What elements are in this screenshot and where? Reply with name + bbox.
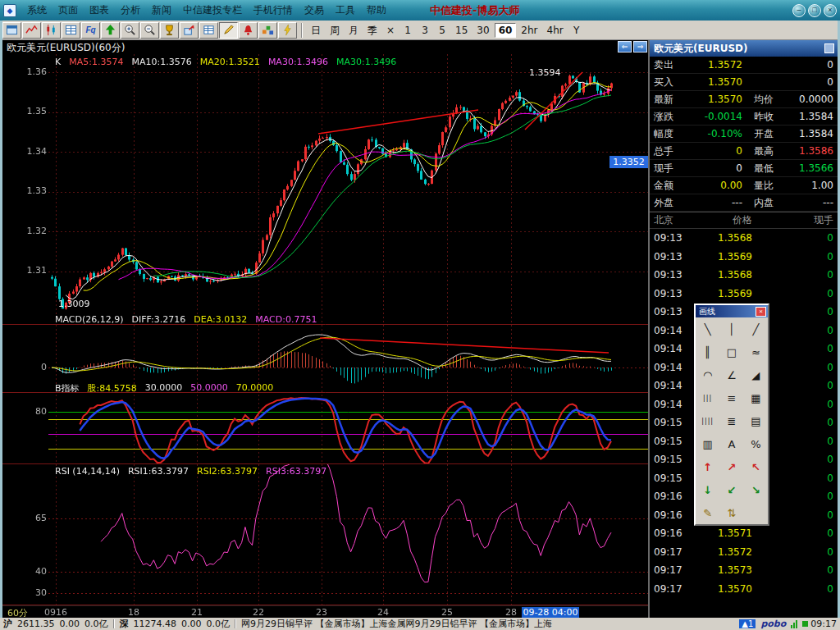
menu-item-7[interactable]: 交易: [299, 1, 330, 20]
candle-chart-button[interactable]: [42, 22, 61, 39]
tick-row[interactable]: 09:171.35700: [650, 580, 838, 599]
tick-row[interactable]: 09:171.35730: [650, 561, 838, 580]
sort-tool-tool[interactable]: ⇅: [719, 501, 743, 524]
tick-time: 09:16: [654, 491, 695, 502]
menu-item-8[interactable]: 工具: [330, 1, 361, 20]
lightning-button[interactable]: [278, 22, 297, 39]
trend-line-tool[interactable]: ╲: [696, 317, 719, 340]
arrow-up-red-tool[interactable]: ↑: [696, 455, 719, 478]
arc-tool[interactable]: ◠: [696, 363, 719, 386]
percent-tool-tool[interactable]: %: [744, 432, 768, 455]
close-icon[interactable]: ×: [756, 307, 766, 317]
horizontal-lines-3-tool[interactable]: ≡: [719, 386, 743, 409]
menu-item-5[interactable]: 中信建投专栏: [177, 1, 248, 20]
tick-row[interactable]: 09:161.35710: [650, 524, 838, 543]
tick-row[interactable]: 09:131.35690: [650, 248, 838, 267]
maximize-button[interactable]: □: [808, 4, 821, 17]
wave-line-tool[interactable]: ≈: [744, 340, 768, 363]
vertical-lines-4-tool[interactable]: ||||: [696, 409, 719, 432]
tick-time: 09:13: [654, 232, 695, 244]
period-button-60[interactable]: 60: [495, 23, 517, 38]
fq-button[interactable]: Fq: [81, 22, 100, 39]
restore-icon[interactable]: [824, 43, 834, 53]
blocks-button[interactable]: [258, 22, 277, 39]
quote-title-bar[interactable]: 欧元美元(EURUSD): [650, 40, 838, 57]
period-button-3[interactable]: 3: [417, 23, 433, 38]
tick-row[interactable]: 09:171.35720: [650, 543, 838, 562]
period-button-30[interactable]: 30: [472, 23, 493, 38]
golden-section-tool[interactable]: ▤: [744, 409, 768, 432]
menu-item-0[interactable]: 系统: [21, 1, 52, 20]
zoom-in-button[interactable]: [121, 22, 139, 39]
menu-item-1[interactable]: 页面: [52, 1, 84, 20]
trophy-button[interactable]: [160, 22, 179, 39]
close-button[interactable]: ×: [824, 4, 837, 17]
zoom-out-button[interactable]: [140, 22, 159, 39]
parallel-line-tool[interactable]: ║: [696, 340, 719, 363]
quote-row: 总手0最高1.3586: [650, 143, 838, 160]
rectangle-tool[interactable]: □: [719, 340, 743, 363]
gann-fan-tool[interactable]: ◢: [744, 363, 768, 386]
menu-item-2[interactable]: 图表: [84, 1, 115, 20]
line-chart-button[interactable]: [22, 22, 41, 39]
title-bar[interactable]: ◆ 系统页面图表分析新闻中信建投专栏手机行情交易工具帮助 中信建投-博易大师 –…: [0, 0, 840, 21]
tick-volume: 0: [752, 564, 833, 576]
alarm-button[interactable]: [239, 22, 258, 39]
horizontal-lines-4-tool[interactable]: ≣: [719, 409, 743, 432]
menu-item-4[interactable]: 新闻: [146, 1, 177, 20]
scroll-right-button[interactable]: ⇒: [633, 41, 647, 52]
period-button-5[interactable]: 5: [434, 23, 450, 38]
period-button-×[interactable]: ×: [382, 23, 399, 38]
price-channel-tool[interactable]: ▥: [696, 432, 719, 455]
period-button-周[interactable]: 周: [326, 23, 344, 38]
menu-item-6[interactable]: 手机行情: [248, 1, 299, 20]
vertical-lines-3-tool[interactable]: |||: [696, 386, 719, 409]
arrow-sw-green-tool[interactable]: ↙: [719, 478, 743, 501]
x-axis-tick: 0916: [44, 607, 67, 618]
palette-title: 画线: [699, 306, 756, 317]
tick-row[interactable]: 09:131.35690: [650, 285, 838, 304]
period-button-2hr[interactable]: 2hr: [517, 23, 541, 38]
pencil-tool-tool[interactable]: ✎: [696, 501, 719, 524]
menu-item-3[interactable]: 分析: [115, 1, 146, 20]
tick-row[interactable]: 09:131.35680: [650, 266, 838, 285]
tick-price: 1.3571: [695, 527, 752, 539]
arrow-ne-red-tool[interactable]: ↗: [719, 455, 743, 478]
window-button[interactable]: [2, 22, 21, 39]
table-button[interactable]: [199, 22, 218, 39]
arrow-down-green-tool[interactable]: ↓: [696, 478, 719, 501]
tick-row[interactable]: 09:131.35680: [650, 229, 838, 248]
news-ticker[interactable]: 网9月29日铜早评 【金属市场】上海金属网9月29日铝早评 【金属市场】上海: [241, 618, 734, 630]
scroll-left-button[interactable]: ⇐: [618, 41, 632, 52]
toolbar-separator: [301, 23, 303, 38]
period-button-1[interactable]: 1: [399, 23, 416, 38]
kd-indicator-labels: B指标 股:84.5758 30.0000 50.0000 70.0000: [55, 382, 273, 395]
arrow-se-green-tool[interactable]: ↘: [744, 478, 768, 501]
up-arrow-button[interactable]: [101, 22, 120, 39]
line-chart-icon: [25, 24, 38, 36]
draw-button[interactable]: [219, 22, 238, 39]
period-button-日[interactable]: 日: [307, 23, 325, 38]
drawing-palette[interactable]: 画线 × ╲│╱║□≈◠∠◢|||≡▦||||≣▤▥A%↑↗↖↓↙↘✎⇅: [694, 304, 769, 526]
vertical-line-tool[interactable]: │: [719, 317, 743, 340]
text-tool-tool[interactable]: A: [719, 432, 743, 455]
quote-value: 1.3584: [787, 128, 833, 139]
period-button-15[interactable]: 15: [451, 23, 472, 38]
menu-item-9[interactable]: 帮助: [361, 1, 392, 20]
ray-line-tool[interactable]: ╱: [744, 317, 768, 340]
arrow-nw-red-tool[interactable]: ↖: [744, 455, 768, 478]
angle-tool[interactable]: ∠: [719, 363, 743, 386]
period-button-月[interactable]: 月: [345, 23, 363, 38]
period-button-季[interactable]: 季: [363, 23, 381, 38]
grid-button[interactable]: [62, 22, 80, 39]
sh-change: 0.00: [60, 619, 80, 629]
period-button-Y[interactable]: Y: [568, 23, 585, 38]
export-button[interactable]: [180, 22, 199, 39]
tick-time: 09:17: [654, 583, 695, 595]
price-chart-canvas[interactable]: [2, 54, 648, 605]
grid-lines-tool[interactable]: ▦: [744, 386, 768, 409]
palette-title-bar[interactable]: 画线 ×: [696, 305, 768, 317]
minimize-button[interactable]: –: [792, 4, 806, 17]
period-button-4hr[interactable]: 4hr: [543, 23, 568, 38]
quote-value: 1.3572: [683, 59, 742, 71]
